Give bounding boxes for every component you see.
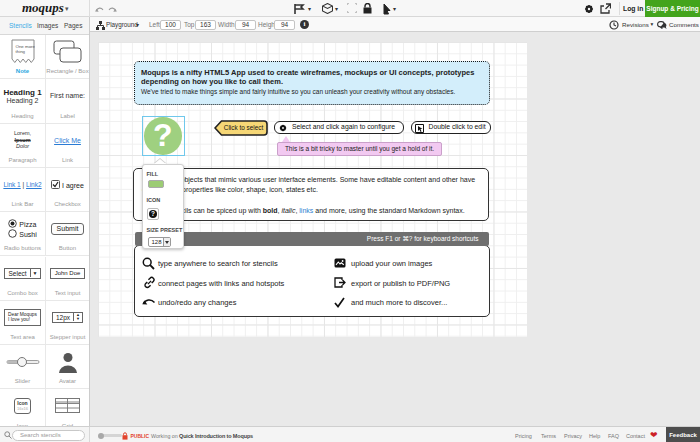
svg-text:thing: thing [15, 49, 25, 54]
svg-text:Click to select: Click to select [224, 124, 264, 131]
